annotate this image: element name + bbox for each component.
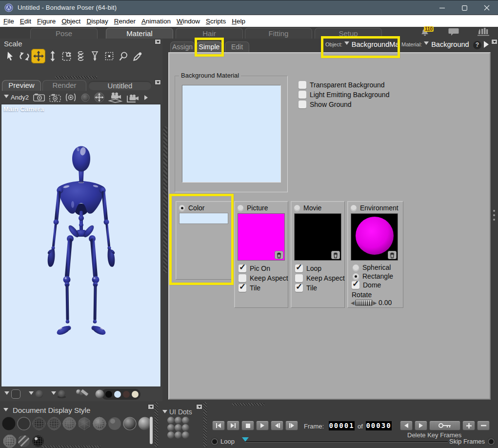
menu-scripts[interactable]: Scripts [203,17,228,26]
ui-dot-4[interactable] [167,424,175,431]
style-swatch-lightblue[interactable] [114,391,121,398]
ui-dot-9[interactable] [182,431,189,439]
close-button[interactable] [476,0,498,15]
room-tab-material[interactable]: Material [106,28,173,39]
animation-palette-grip[interactable] [232,403,264,406]
trackball-button[interactable] [79,93,92,102]
movie-tile-checkbox[interactable]: ✓ [295,284,303,292]
movie-swatch[interactable] [294,213,341,261]
add-keyframe-button[interactable] [462,421,475,430]
style-outline-button[interactable] [16,416,31,431]
picture-tile-checkbox[interactable]: ✓ [239,284,246,292]
material-tab-assign[interactable]: Assign [170,41,195,52]
bottom-splitter-2[interactable] [203,402,207,447]
tool-rotate[interactable] [17,49,31,63]
panel-drag-handle[interactable] [493,210,495,221]
environment-swatch[interactable] [351,213,398,261]
figure-andy2[interactable] [1,104,161,387]
option-transparent-background[interactable]: ✓ Transparent Background [299,81,385,89]
option-light-emitting-background[interactable]: ✓ Light Emitting Background [299,90,389,99]
tracking-mode-button[interactable] [11,389,20,399]
camera-bar-next-icon[interactable] [144,95,150,100]
dome-checkbox[interactable]: ✓ [352,281,359,289]
material-selector[interactable]: Material: Background [401,41,469,48]
chat-button[interactable] [448,28,459,38]
picture-source-radio[interactable]: Picture [238,204,268,212]
style-wireframe-button[interactable] [31,416,46,431]
dolly-camera-button[interactable] [107,92,125,103]
background-material-swatch[interactable] [182,85,281,183]
display-style-collapse-icon[interactable] [3,408,8,414]
figure-dropdown-icon[interactable] [4,95,9,101]
document-style-sphere-icon[interactable] [35,390,43,398]
menu-figure[interactable]: Figure [35,17,58,26]
style-hidden-line-button[interactable] [46,416,61,431]
picture-keep-aspect-checkbox[interactable]: ✓ [239,274,246,282]
material-room-menu-button[interactable] [491,39,498,44]
tab-preview[interactable]: Preview [2,80,41,91]
option-show-ground[interactable]: ✓ Show Ground [299,100,352,109]
style-cartoon-button[interactable] [107,416,122,431]
edit-keyframes-button[interactable] [429,421,460,430]
style-brush-icon[interactable] [75,389,89,400]
menu-animation[interactable]: Animation [139,17,173,26]
style-hatched-button[interactable] [17,434,30,448]
ui-dots-collapse-icon[interactable] [162,410,167,416]
delete-keyframe-button[interactable] [477,421,490,430]
tool-translate[interactable] [31,49,45,63]
ui-dot-8[interactable] [175,431,182,439]
show-ground-checkbox[interactable]: ✓ [299,101,306,108]
room-tab-hair[interactable]: Hair [176,28,243,39]
document-name-field[interactable]: Untitled [88,81,152,90]
ui-dot-1[interactable] [167,417,175,424]
tool-palette-menu-button[interactable] [155,39,161,44]
menu-display[interactable]: Display [84,17,110,26]
menu-window[interactable]: Window [174,17,202,26]
maximize-button[interactable] [453,0,476,15]
movie-loop-checkbox[interactable]: ✓ [295,265,303,272]
movie-delete-button[interactable] [331,251,340,259]
camera-flash-button[interactable] [46,93,63,102]
tool-pointer[interactable] [3,49,17,63]
figure-style-sphere-icon[interactable] [57,390,66,398]
total-frames-counter[interactable]: 00030 [366,421,392,430]
menu-object[interactable]: Object [59,17,83,26]
style-flat-lined-button[interactable] [92,416,107,431]
posing-camera-button[interactable] [125,92,141,103]
tool-color-picker[interactable] [130,49,144,63]
skip-frames-indicator[interactable] [489,439,494,444]
style-flat-shaded-button[interactable] [77,416,92,431]
current-figure-name[interactable]: Andy2 [11,94,29,101]
rotate-decrease-icon[interactable]: ◀ [351,300,355,305]
palette-resize-grip[interactable] [55,76,97,79]
style-swatch-cream[interactable] [132,391,139,398]
notifications-button[interactable]: 110 [420,27,430,38]
tool-scale[interactable] [60,49,74,63]
spherical-radio[interactable] [353,265,359,271]
movie-keep-aspect-checkbox[interactable]: ✓ [295,274,303,282]
bottom-left-grip[interactable] [42,446,100,448]
preview-style-sphere-icon[interactable] [95,389,104,399]
tool-taper[interactable] [88,49,102,63]
current-frame-counter[interactable]: 00001 [329,421,355,430]
ui-dot-6[interactable] [182,424,189,431]
camera-aperture-button[interactable] [63,93,79,102]
light-emitting-background-checkbox[interactable]: ✓ [299,91,306,99]
tool-translate-in-out[interactable] [45,49,60,63]
rotate-increase-icon[interactable]: ▶ [373,300,377,305]
tool-twist[interactable] [74,49,88,63]
rotate-dial[interactable]: ◀ ▶ [351,300,377,306]
help-button[interactable]: ? [473,41,481,49]
menu-file[interactable]: File [1,17,17,26]
loop-indicator[interactable] [212,439,217,444]
ui-dots-menu-button[interactable] [196,404,202,409]
pic-on-checkbox[interactable]: ✓ [239,265,246,272]
document-menu-button[interactable] [155,80,161,85]
display-style-dropdown-icon[interactable] [29,391,34,397]
style-smooth-lined-button[interactable] [122,416,137,431]
library-button[interactable] [478,28,489,38]
room-tab-pose[interactable]: Pose [30,28,98,39]
depth-cue-dropdown-icon[interactable] [4,391,9,397]
movie-tile-option[interactable]: ✓ Tile [295,284,317,292]
viewport[interactable]: Main Camera [1,104,161,387]
